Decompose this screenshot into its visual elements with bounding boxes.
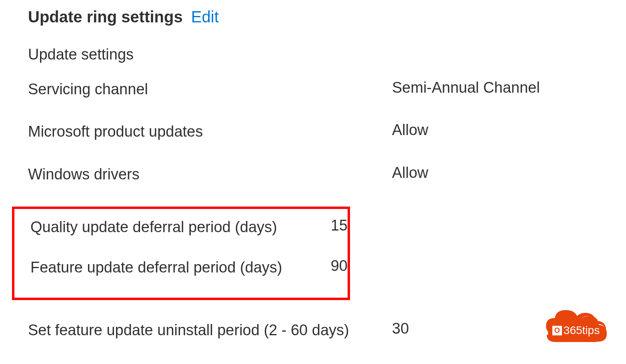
setting-row-feature-update-deferral: Feature update deferral period (days) 90: [14, 257, 348, 278]
setting-label: Windows drivers: [28, 164, 392, 185]
setting-row-microsoft-product-updates: Microsoft product updates Allow: [28, 121, 598, 142]
setting-value: Allow: [392, 164, 428, 181]
watermark-logo: 365tips: [538, 304, 614, 352]
setting-row-windows-drivers: Windows drivers Allow: [28, 164, 598, 185]
office-icon: [552, 326, 562, 335]
setting-label: Set feature update uninstall period (2 -…: [28, 320, 392, 340]
setting-label: Quality update deferral period (days): [30, 217, 331, 237]
setting-value: 15: [331, 217, 348, 234]
watermark-text: 365tips: [552, 324, 600, 337]
setting-value: 30: [392, 320, 409, 337]
setting-row-servicing-channel: Servicing channel Semi-Annual Channel: [28, 79, 598, 99]
setting-value: Semi-Annual Channel: [392, 79, 540, 96]
subsection-heading: Update settings: [28, 46, 598, 63]
settings-table: Servicing channel Semi-Annual Channel Mi…: [28, 79, 598, 341]
setting-value: 90: [331, 257, 348, 274]
setting-label: Servicing channel: [28, 79, 392, 99]
edit-link[interactable]: Edit: [191, 8, 219, 26]
setting-row-quality-update-deferral: Quality update deferral period (days) 15: [14, 217, 348, 237]
setting-label: Microsoft product updates: [28, 121, 392, 142]
highlighted-annotation-box: Quality update deferral period (days) 15…: [12, 207, 350, 300]
setting-row-feature-update-uninstall: Set feature update uninstall period (2 -…: [28, 320, 598, 340]
setting-value: Allow: [392, 121, 428, 139]
setting-label: Feature update deferral period (days): [30, 257, 331, 278]
section-title: Update ring settings: [28, 8, 183, 26]
section-heading: Update ring settings Edit: [28, 8, 598, 26]
